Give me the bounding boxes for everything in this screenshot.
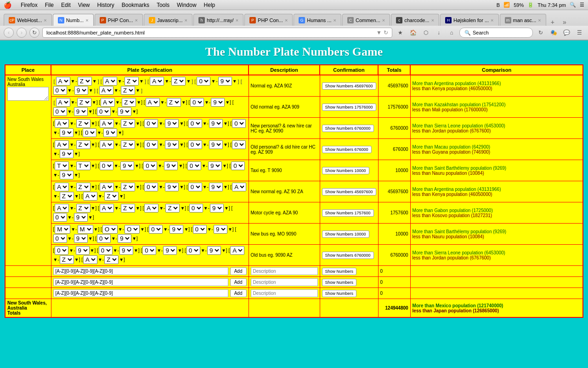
tab-7[interactable]: C Commen... × [342,14,390,26]
s1-0f[interactable]: A [56,98,70,107]
s3-4f[interactable]: 0 [232,140,246,149]
tab-8[interactable]: c charcode... × [391,14,439,26]
s1-4f[interactable]: 0 [53,107,67,116]
s1-1t[interactable]: Z [122,98,136,107]
sel-to-0-5[interactable]: Z [121,86,135,95]
s2-4t[interactable]: 9 [60,128,74,137]
s5-0t[interactable]: Z [76,183,90,191]
desc-input-1[interactable] [251,278,318,286]
sel-from-0-5[interactable]: A [99,86,113,95]
tab-4[interactable]: h http://...rray/ × [193,14,243,26]
show-numbers-input-btn-0[interactable]: Show Numbers [322,268,357,275]
tab-close-5[interactable]: × [285,17,288,23]
s3-1f[interactable]: A [100,140,114,149]
desc-input-0[interactable] [251,267,318,275]
add-btn-0[interactable]: Add [230,267,247,275]
back-button[interactable]: ‹ [4,28,14,38]
s6-4f[interactable]: 0 [53,213,67,222]
s5-4t[interactable]: Z [60,192,74,201]
s4-4t[interactable]: 9 [60,171,74,179]
tab-close-8[interactable]: × [431,17,434,23]
s2-3t[interactable]: 9 [209,119,223,128]
download-icon[interactable]: ↓ [434,28,444,38]
s7-5t[interactable]: 9 [118,234,131,243]
show-numbers-btn-0[interactable]: Show Numbers 45697600 [322,82,376,90]
menu-help[interactable]: Help [204,2,215,8]
show-numbers-btn-3[interactable]: Show Numbers 676000 [322,146,372,153]
s1-3f[interactable]: 0 [190,98,204,107]
menu-tools[interactable]: Tools [157,2,170,8]
s8-3f[interactable]: 0 [187,246,200,255]
s6-4t[interactable]: 9 [74,213,88,222]
s1-3t[interactable]: 9 [211,98,225,107]
url-bar[interactable]: localhost:8888/number_plate_numbers.html… [42,28,392,38]
s4-3f[interactable]: 0 [187,161,201,170]
show-numbers-btn-2[interactable]: Show Numbers 6760000 [322,125,374,132]
tab-1[interactable]: N Numb... × [53,14,94,26]
s2-0t[interactable]: Z [76,119,90,128]
sel-from-0-2[interactable]: A [150,77,164,86]
s8-3t[interactable]: 9 [207,246,221,255]
s2-5f[interactable]: 0 [83,128,96,137]
s6-0f[interactable]: A [55,204,69,213]
pocket-icon[interactable]: ⬡ [421,28,431,38]
s8-0f[interactable]: 0 [55,246,68,255]
s1-4t[interactable]: 9 [74,107,88,116]
tab-close-2[interactable]: × [135,17,137,23]
s3-2f[interactable]: 0 [144,140,158,149]
sel-from-0-0[interactable]: A [56,77,70,86]
sel-from-0-1[interactable]: A [103,77,117,86]
s3-3f[interactable]: 0 [188,140,202,149]
s5-4f[interactable]: A [232,183,246,191]
tab-close-3[interactable]: × [185,17,187,23]
sel-to-0-3[interactable]: 9 [218,77,232,86]
s5-5t[interactable]: Z [104,192,119,201]
s6-0t[interactable]: Z [76,204,90,213]
s4-1t[interactable]: 9 [120,161,134,170]
sel-from-0-4[interactable]: 0 [53,86,67,95]
tab-close-1[interactable]: × [85,17,88,23]
tab-0[interactable]: cP WebHost... × [4,14,52,26]
sel-from-0-3[interactable]: 0 [197,77,210,86]
s3-1t[interactable]: Z [121,140,135,149]
add-btn-2[interactable]: Add [230,289,247,297]
menu-view[interactable]: View [78,2,90,8]
s8-5t[interactable]: Z [104,255,119,264]
s7-0f[interactable]: M [55,225,70,234]
s5-2t[interactable]: 9 [165,183,179,191]
s8-2t[interactable]: 9 [163,246,177,255]
show-numbers-btn-6[interactable]: Show Numbers 1757600 [322,209,374,217]
s3-3t[interactable]: 9 [209,140,223,149]
show-numbers-btn-1[interactable]: Show Numbers 17576000 [322,104,376,111]
s1-5t[interactable]: 9 [118,107,131,116]
s1-2f[interactable]: A [146,98,160,107]
s7-5f[interactable]: 0 [97,234,111,243]
s5-2f[interactable]: 0 [144,183,158,191]
s5-1f[interactable]: A [100,183,114,191]
tab-9[interactable]: H Højskolen for ... × [440,14,498,26]
reload-button[interactable]: ↻ [29,28,40,38]
s1-2t[interactable]: Z [167,98,181,107]
s7-1f[interactable]: O [102,225,118,234]
s3-0t[interactable]: Z [76,140,90,149]
desc-input-2[interactable] [251,289,318,297]
s4-3t[interactable]: 9 [208,161,222,170]
s2-0f[interactable]: A [55,119,69,128]
s6-1f[interactable]: A [100,204,114,213]
tab-close-9[interactable]: × [491,17,493,23]
bookmark-star-icon[interactable]: ★ [395,28,405,38]
s6-2f[interactable]: A [144,204,158,213]
tab-3[interactable]: J Javascrip... × [144,14,192,26]
s3-0f[interactable]: A [55,140,69,149]
s5-3f[interactable]: 0 [188,183,202,191]
s8-1f[interactable]: 0 [99,246,113,255]
s3-2t[interactable]: 9 [165,140,179,149]
tab-2[interactable]: P PHP Con... × [95,14,143,26]
s6-3f[interactable]: 0 [189,204,203,213]
s7-4t[interactable]: 9 [74,234,88,243]
s8-0t[interactable]: 9 [76,246,90,255]
plate-input-1[interactable] [53,278,228,286]
s8-1t[interactable]: 9 [119,246,133,255]
show-numbers-input-btn-2[interactable]: Show Numbers [322,290,357,297]
s6-1t[interactable]: Z [121,204,135,213]
